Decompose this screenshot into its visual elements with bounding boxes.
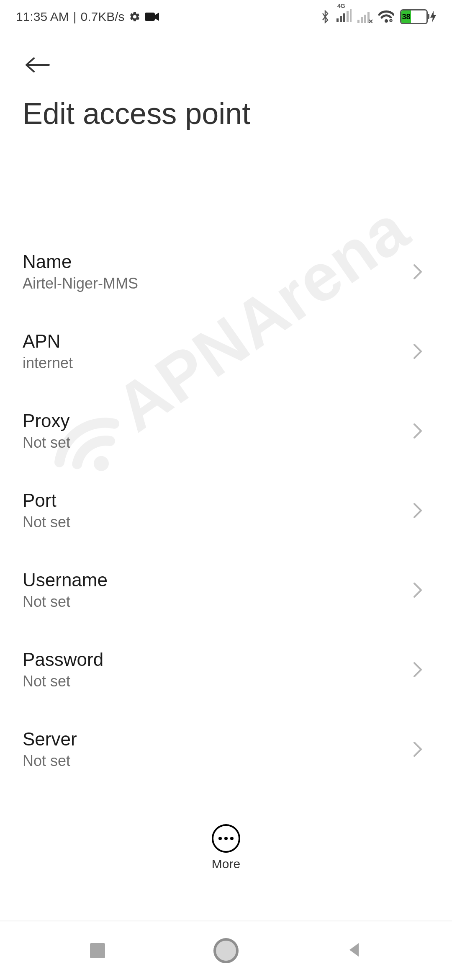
setting-row-proxy[interactable]: ProxyNot set	[0, 391, 452, 471]
network-badge: 4G	[337, 3, 345, 9]
status-left: 11:35 AM | 0.7KB/s	[16, 10, 159, 24]
setting-row-apn[interactable]: APNinternet	[0, 312, 452, 391]
chevron-right-icon	[413, 423, 429, 439]
setting-row-server[interactable]: ServerNot set	[0, 709, 452, 782]
signal-sim1-icon	[336, 9, 352, 22]
chevron-right-icon	[413, 502, 429, 519]
setting-label: Port	[23, 490, 70, 511]
battery-indicator: 38	[400, 9, 437, 24]
nav-recents-button[interactable]	[85, 938, 110, 963]
triangle-back-icon	[346, 941, 363, 960]
status-time: 11:35 AM	[16, 10, 69, 24]
setting-value: Not set	[23, 593, 108, 611]
svg-rect-3	[343, 13, 345, 22]
chevron-right-icon	[413, 343, 429, 360]
status-data-rate: 0.7KB/s	[81, 10, 125, 24]
back-button[interactable]	[23, 50, 52, 80]
svg-rect-6	[357, 20, 360, 23]
page-title: Edit access point	[0, 80, 452, 147]
gear-icon	[129, 11, 141, 23]
setting-value: Not set	[23, 673, 103, 690]
chevron-right-icon	[413, 661, 429, 678]
chevron-right-icon	[413, 582, 429, 598]
setting-label: Server	[23, 729, 77, 750]
setting-value: Not set	[23, 752, 77, 770]
svg-rect-8	[364, 15, 366, 23]
setting-label: Password	[23, 649, 103, 670]
setting-row-port[interactable]: PortNot set	[0, 471, 452, 550]
setting-value: internet	[23, 354, 73, 372]
battery-percent: 38	[401, 10, 411, 23]
more-dots-icon	[218, 837, 234, 840]
nav-back-button[interactable]	[342, 938, 367, 963]
camera-icon	[145, 12, 159, 22]
status-right: 4G 38	[320, 9, 437, 25]
setting-row-name[interactable]: NameAirtel-Niger-MMS	[0, 232, 452, 312]
chevron-right-icon	[413, 741, 429, 758]
charging-icon	[429, 11, 437, 23]
svg-rect-4	[347, 11, 349, 22]
wifi-icon	[378, 10, 394, 23]
square-icon	[90, 943, 105, 958]
more-bar: More	[0, 814, 452, 881]
setting-label: APN	[23, 331, 73, 352]
setting-label: Username	[23, 570, 108, 591]
setting-value: Airtel-Niger-MMS	[23, 275, 138, 292]
setting-label: Name	[23, 251, 138, 272]
svg-rect-5	[350, 9, 352, 22]
signal-sim2-icon	[357, 10, 372, 23]
svg-point-10	[385, 19, 388, 23]
svg-rect-1	[336, 18, 339, 22]
nav-home-button[interactable]	[213, 938, 239, 963]
signal-sim1-group: 4G	[336, 9, 352, 25]
setting-value: Not set	[23, 434, 70, 451]
setting-row-username[interactable]: UsernameNot set	[0, 550, 452, 630]
status-separator: |	[73, 10, 77, 24]
status-bar: 11:35 AM | 0.7KB/s 4G 38	[0, 0, 452, 34]
bluetooth-icon	[320, 10, 331, 23]
svg-rect-9	[367, 12, 370, 23]
setting-value: Not set	[23, 513, 70, 531]
setting-row-password[interactable]: PasswordNot set	[0, 630, 452, 709]
chevron-right-icon	[413, 263, 429, 280]
svg-rect-2	[340, 16, 342, 22]
setting-label: Proxy	[23, 410, 70, 431]
system-nav-bar	[0, 921, 452, 980]
more-button[interactable]	[212, 824, 240, 853]
svg-rect-0	[145, 13, 155, 21]
circle-icon	[213, 938, 239, 963]
more-label: More	[212, 857, 240, 871]
svg-rect-7	[361, 17, 363, 23]
